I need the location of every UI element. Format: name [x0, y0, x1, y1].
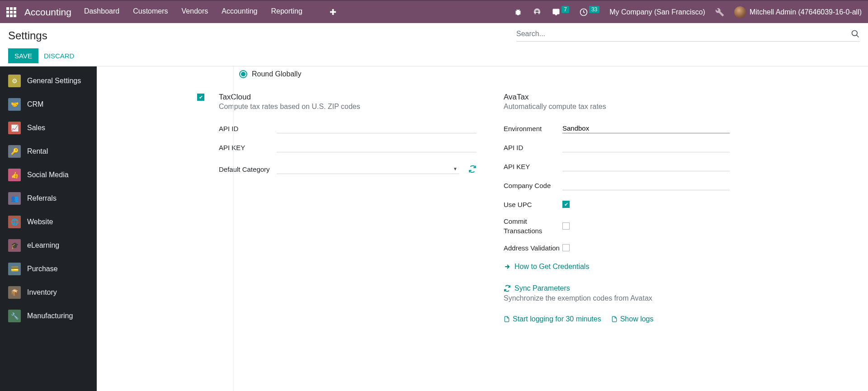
- box-icon: 📦: [8, 286, 21, 299]
- sidebar-item-purchase[interactable]: 💳Purchase: [0, 257, 97, 281]
- sidebar-item-label: Rental: [27, 147, 48, 155]
- sidebar-item-referrals[interactable]: 👥Referrals: [0, 187, 97, 210]
- gear-icon: ⚙: [8, 75, 21, 87]
- avatax-start-logging-link[interactable]: Start logging for 30 minutes: [504, 315, 601, 323]
- menu-reporting[interactable]: Reporting: [271, 7, 302, 17]
- sidebar-item-label: eLearning: [27, 241, 59, 250]
- main-menu: Dashboard Customers Vendors Accounting R…: [84, 7, 336, 17]
- avatax-commit-label: Commit Transactions: [504, 217, 562, 236]
- avatax-show-logs-link[interactable]: Show logs: [611, 315, 654, 323]
- avatax-env-select[interactable]: [562, 123, 730, 133]
- svg-point-1: [852, 31, 858, 36]
- radio-label: Round Globally: [252, 70, 301, 78]
- discard-button[interactable]: DISCARD: [44, 52, 75, 60]
- sidebar-item-rental[interactable]: 🔑Rental: [0, 140, 97, 163]
- avatax-api-id-label: API ID: [504, 144, 562, 151]
- wrench-icon: 🔧: [8, 310, 21, 322]
- control-panel: Settings SAVE DISCARD: [0, 23, 868, 66]
- menu-dashboard[interactable]: Dashboard: [84, 7, 119, 17]
- globe-icon: 🌐: [8, 216, 21, 228]
- key-icon: 🔑: [8, 145, 21, 158]
- vertical-separator: [233, 66, 234, 391]
- sidebar-item-manufacturing[interactable]: 🔧Manufacturing: [0, 304, 97, 328]
- taxcloud-api-id-label: API ID: [219, 125, 277, 132]
- people-icon: 👥: [8, 192, 21, 205]
- search-icon[interactable]: [851, 29, 860, 38]
- support-icon[interactable]: [533, 8, 542, 17]
- messages-button[interactable]: 7: [552, 8, 569, 16]
- company-switcher[interactable]: My Company (San Francisco): [609, 8, 705, 16]
- sidebar-item-label: General Settings: [27, 77, 81, 85]
- sidebar-item-label: CRM: [27, 100, 43, 108]
- taxcloud-default-category-select[interactable]: ▼: [277, 165, 459, 174]
- taxcloud-enable-checkbox[interactable]: ✔: [197, 94, 204, 101]
- bug-icon[interactable]: [514, 8, 523, 17]
- taxcloud-title: TaxCloud: [219, 93, 476, 102]
- sidebar-item-label: Referrals: [27, 194, 57, 203]
- menu-customers[interactable]: Customers: [133, 7, 168, 17]
- avatax-credentials-link[interactable]: How to Get Credentials: [504, 263, 730, 271]
- avatax-api-key-label: API KEY: [504, 163, 562, 170]
- grad-icon: 🎓: [8, 239, 21, 252]
- radio-dot-icon: [239, 70, 247, 78]
- sidebar-item-inventory[interactable]: 📦Inventory: [0, 281, 97, 304]
- taxcloud-section: TaxCloud Compute tax rates based on U.S.…: [219, 93, 476, 323]
- link-label: Show logs: [620, 315, 654, 323]
- sidebar-item-label: Sales: [27, 124, 45, 132]
- sidebar-item-elearning[interactable]: 🎓eLearning: [0, 234, 97, 257]
- sidebar-item-general-settings[interactable]: ⚙General Settings: [0, 69, 97, 93]
- apps-menu-icon[interactable]: [6, 7, 16, 17]
- avatax-sync-desc: Synchronize the exemption codes from Ava…: [504, 294, 730, 302]
- sidebar-item-website[interactable]: 🌐Website: [0, 210, 97, 234]
- taxcloud-desc: Compute tax rates based on U.S. ZIP code…: [219, 103, 476, 111]
- messages-badge: 7: [561, 6, 569, 13]
- settings-sidebar: ⚙General Settings 🤝CRM 📈Sales 🔑Rental 👍S…: [0, 66, 97, 391]
- activities-button[interactable]: 33: [579, 8, 599, 17]
- taxcloud-api-id-input[interactable]: [277, 123, 476, 133]
- avatax-api-key-input[interactable]: [562, 161, 730, 171]
- avatax-api-id-input[interactable]: [562, 142, 730, 152]
- topbar-right: 7 33 My Company (San Francisco) Mitchell…: [514, 6, 862, 18]
- avatax-address-validation-checkbox[interactable]: [562, 244, 570, 251]
- link-label: Start logging for 30 minutes: [513, 315, 601, 323]
- sidebar-item-crm[interactable]: 🤝CRM: [0, 93, 97, 116]
- thumb-icon: 👍: [8, 169, 21, 181]
- avatar: [734, 6, 746, 18]
- avatax-company-code-label: Company Code: [504, 181, 562, 190]
- sidebar-item-label: Manufacturing: [27, 312, 73, 320]
- avatax-use-upc-checkbox[interactable]: ✔: [562, 201, 570, 208]
- module-brand[interactable]: Accounting: [24, 7, 71, 18]
- user-menu[interactable]: Mitchell Admin (47646039-16-0-all): [734, 6, 862, 18]
- card-icon: 💳: [8, 263, 21, 275]
- avatax-commit-checkbox[interactable]: [562, 222, 570, 230]
- avatax-use-upc-label: Use UPC: [504, 201, 562, 208]
- taxcloud-api-key-input[interactable]: [277, 142, 476, 152]
- sidebar-item-label: Purchase: [27, 265, 58, 273]
- sidebar-item-label: Social Media: [27, 171, 69, 179]
- search-bar: [516, 29, 860, 42]
- avatax-title: AvaTax: [504, 93, 730, 102]
- link-label: Sync Parameters: [514, 284, 570, 292]
- avatax-desc: Automatically compute tax rates: [504, 103, 730, 111]
- avatax-address-validation-label: Address Validation: [504, 243, 562, 253]
- search-input[interactable]: [516, 30, 851, 38]
- body-area: ⚙General Settings 🤝CRM 📈Sales 🔑Rental 👍S…: [0, 66, 868, 391]
- settings-content: Round Globally ✔ TaxCloud Compute tax ra…: [97, 66, 868, 391]
- clock-icon: [579, 8, 588, 17]
- avatax-company-code-input[interactable]: [562, 180, 730, 190]
- sidebar-item-social-media[interactable]: 👍Social Media: [0, 163, 97, 187]
- menu-accounting[interactable]: Accounting: [222, 7, 257, 17]
- save-button[interactable]: SAVE: [8, 48, 38, 63]
- refresh-icon[interactable]: [468, 165, 476, 173]
- chart-icon: 📈: [8, 122, 21, 134]
- tools-icon[interactable]: [715, 8, 724, 17]
- sidebar-item-sales[interactable]: 📈Sales: [0, 116, 97, 140]
- taxcloud-api-key-label: API KEY: [219, 144, 277, 151]
- new-menu-icon[interactable]: ✚: [330, 7, 336, 17]
- radio-round-globally[interactable]: Round Globally: [239, 70, 854, 78]
- chevron-down-icon: ▼: [451, 166, 459, 171]
- menu-vendors[interactable]: Vendors: [182, 7, 208, 17]
- avatax-env-label: Environment: [504, 125, 562, 132]
- speech-icon: [552, 8, 561, 16]
- avatax-sync-link[interactable]: Sync Parameters: [504, 284, 730, 292]
